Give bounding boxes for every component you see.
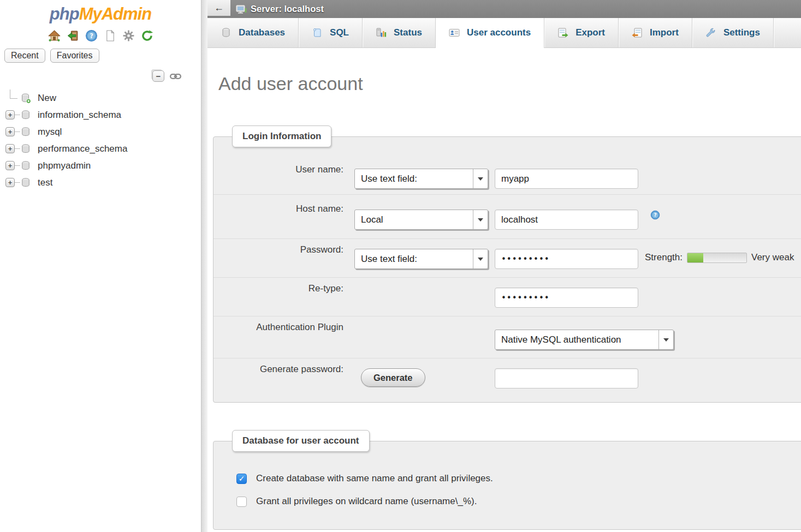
username-label: User name:: [235, 164, 343, 175]
expand-icon[interactable]: [5, 161, 15, 170]
tab-settings[interactable]: Settings: [692, 18, 773, 47]
database-icon: [20, 144, 31, 154]
retype-password-input[interactable]: [495, 288, 638, 308]
auth-plugin-label: Authentication Plugin: [235, 322, 343, 333]
hostname-input[interactable]: [495, 210, 638, 230]
export-icon: [557, 27, 568, 38]
tab-bar-filler: [773, 18, 801, 47]
hostname-type-select[interactable]: Local: [354, 210, 488, 230]
phpmyadmin-logo: phpMyAdmin: [0, 4, 201, 24]
help-icon[interactable]: ?: [85, 29, 98, 42]
tree-item-mysql[interactable]: mysql: [0, 123, 201, 140]
settings-gear-icon[interactable]: [122, 29, 135, 42]
tab-sql[interactable]: SQL: [298, 18, 362, 47]
tree-item-phpmyadmin[interactable]: phpmyadmin: [0, 157, 201, 174]
server-title[interactable]: Server: localhost: [251, 4, 324, 14]
login-information-fieldset: Login Information User name: Use text fi…: [213, 136, 801, 403]
tree-item-label: phpmyadmin: [38, 160, 91, 171]
tree-connector: [15, 115, 20, 115]
svg-text:?: ?: [654, 212, 656, 218]
docs-icon[interactable]: [104, 29, 116, 42]
back-button[interactable]: ←: [207, 0, 230, 16]
tab-status[interactable]: Status: [362, 18, 435, 47]
sidebar-toolbar: ?: [0, 29, 201, 42]
strength-label: Strength:: [645, 252, 683, 263]
auth-plugin-select[interactable]: Native MySQL authentication: [495, 330, 674, 350]
password-type-select[interactable]: Use text field:: [354, 249, 488, 269]
tree-item-performance-schema[interactable]: performance_schema: [0, 140, 201, 157]
privilege-checkbox[interactable]: [236, 474, 247, 484]
database-tree: New information_schema mysql performance…: [0, 89, 201, 191]
checkbox-label: Grant all privileges on wildcard name (u…: [256, 496, 477, 507]
username-type-select[interactable]: Use text field:: [354, 169, 488, 189]
dropdown-arrow-icon: [658, 330, 673, 349]
tab-user-accounts[interactable]: User accounts: [435, 18, 544, 47]
tab-import[interactable]: Import: [618, 18, 692, 47]
refresh-icon[interactable]: [141, 29, 153, 42]
grant-wildcard-option[interactable]: Grant all privileges on wildcard name (u…: [236, 496, 477, 507]
login-information-legend: Login Information: [232, 125, 331, 147]
tree-connector: [15, 165, 20, 166]
tree-item-new[interactable]: New: [0, 89, 201, 106]
tab-export[interactable]: Export: [544, 18, 618, 47]
database-for-user-fieldset: Database for user account Create databas…: [213, 441, 801, 530]
expand-icon[interactable]: [5, 110, 15, 119]
password-label: Password:: [235, 244, 343, 255]
favorites-button[interactable]: Favorites: [50, 49, 99, 63]
password-strength-fill: [687, 253, 703, 262]
password-strength-meter: [687, 253, 747, 263]
recent-button[interactable]: Recent: [4, 49, 45, 63]
page-title: Add user account: [218, 73, 801, 94]
tree-item-label: New: [38, 93, 56, 104]
expand-icon[interactable]: [5, 178, 15, 187]
generate-button[interactable]: Generate: [361, 368, 425, 387]
tab-databases[interactable]: Databases: [207, 18, 298, 47]
select-value: Native MySQL authentication: [495, 334, 658, 345]
password-input[interactable]: [495, 249, 638, 269]
logo-myadmin: MyAdmin: [79, 4, 152, 23]
database-icon: [20, 177, 31, 188]
home-icon[interactable]: [48, 29, 61, 42]
database-for-user-legend: Database for user account: [232, 430, 370, 452]
hostname-label: Host name:: [235, 204, 343, 214]
tab-label: Import: [650, 27, 679, 38]
create-database-option[interactable]: Create database with same name and grant…: [236, 473, 493, 484]
generated-password-input[interactable]: [495, 368, 638, 388]
status-icon: [376, 27, 387, 38]
tab-label: User accounts: [467, 27, 531, 38]
password-strength: Strength: Very weak: [645, 252, 794, 263]
hostname-help-icon[interactable]: ?: [650, 210, 660, 220]
username-input[interactable]: [495, 169, 638, 189]
dropdown-arrow-icon: [473, 249, 488, 268]
tree-connector: [5, 89, 20, 106]
collapse-all-icon[interactable]: [152, 70, 164, 82]
database-icon: [20, 127, 31, 138]
tree-item-information-schema[interactable]: information_schema: [0, 106, 201, 123]
sidebar-quick-access: Recent Favorites: [4, 49, 201, 63]
database-icon: [20, 110, 31, 121]
tree-item-test[interactable]: test: [0, 174, 201, 191]
logout-icon[interactable]: [67, 29, 79, 42]
page-content: Add user account Login Information User …: [207, 73, 801, 530]
expand-icon[interactable]: [5, 127, 15, 136]
password-row: Password: Use text field: Strength: Very…: [213, 238, 801, 277]
tree-item-label: mysql: [38, 127, 62, 138]
panel-divider[interactable]: [201, 0, 207, 532]
auth-plugin-row: Authentication Plugin Native MySQL authe…: [213, 316, 801, 358]
tab-label: Settings: [723, 27, 760, 38]
generate-password-row: Generate password: Generate: [213, 358, 801, 403]
select-value: Local: [355, 214, 473, 225]
server-breadcrumb-bar: ← Server: localhost: [207, 0, 801, 18]
tree-item-label: performance_schema: [38, 144, 127, 154]
tree-connector: [15, 182, 20, 183]
import-icon: [632, 27, 643, 38]
privilege-checkbox[interactable]: [236, 497, 247, 507]
retype-row: Re-type:: [213, 277, 801, 316]
link-icon[interactable]: [170, 73, 181, 80]
username-row: User name: Use text field:: [213, 159, 801, 194]
tab-label: Export: [575, 27, 605, 38]
expand-icon[interactable]: [5, 144, 15, 153]
svg-text:?: ?: [90, 32, 93, 40]
select-value: Use text field:: [355, 174, 473, 184]
databases-icon: [221, 27, 232, 38]
